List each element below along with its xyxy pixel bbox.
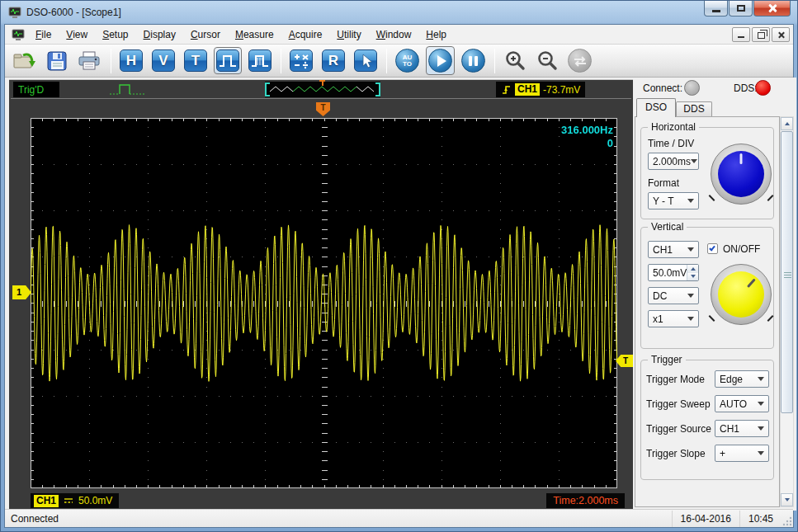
channel1-position-marker[interactable]: 1 (12, 285, 31, 299)
toolbar-separator (281, 49, 281, 73)
status-date: 16-04-2016 (672, 511, 739, 527)
trigger-mode-select[interactable]: Edge (715, 370, 769, 388)
frequency-counter: 0 (561, 137, 613, 150)
math-icon (290, 49, 313, 72)
trigger-source-select[interactable]: CH1 (715, 420, 769, 437)
menu-utility[interactable]: Utility (329, 26, 368, 44)
tab-dds[interactable]: DDS (676, 101, 712, 117)
toolbar: H V T (5, 45, 793, 78)
menu-cursor[interactable]: Cursor (183, 26, 228, 44)
zoom-out-icon (536, 49, 559, 73)
trigger-slope-select[interactable]: + (715, 445, 769, 462)
zoom-out-button[interactable] (533, 47, 561, 75)
chevron-down-icon (687, 294, 694, 298)
pause-button[interactable] (459, 46, 488, 75)
chevron-down-icon (758, 451, 764, 455)
menu-help[interactable]: Help (418, 26, 454, 44)
horizontal-system-button[interactable]: H (117, 47, 145, 74)
zoom-in-button[interactable] (501, 47, 529, 75)
auto-setup-button[interactable]: AUTO (393, 46, 422, 75)
vertical-system-button[interactable]: V (149, 47, 177, 74)
spin-up-button[interactable] (687, 265, 698, 273)
format-select[interactable]: Y - T (648, 192, 699, 210)
channel-badge: CH1 (34, 495, 59, 507)
run-button[interactable] (426, 46, 455, 75)
horizontal-system-icon: H (120, 49, 143, 72)
close-icon (767, 3, 777, 13)
spin-down-button[interactable] (687, 273, 698, 281)
trigger-level-marker[interactable]: T (616, 355, 633, 367)
child-minimize-button[interactable] (732, 27, 750, 42)
status-bar: Connected 16-04-2016 10:45 (5, 509, 793, 527)
channel-readout: CH1 50.0mV (31, 493, 119, 508)
child-close-button[interactable] (772, 27, 790, 42)
child-restore-icon (758, 32, 765, 39)
math-button[interactable] (287, 47, 315, 74)
arrow-down-icon (785, 498, 790, 501)
trigger-source-label: Trigger Source (646, 423, 711, 435)
print-icon (77, 50, 102, 72)
save-icon (46, 50, 68, 72)
time-div-select[interactable]: 2.000ms (648, 153, 699, 170)
toolbar-separator (386, 49, 387, 73)
dc-coupling-icon (63, 497, 74, 505)
app-window: DSO-6000 - [Scope1] File View Setup Disp… (0, 0, 798, 532)
reference-button[interactable]: R (319, 47, 347, 74)
menu-display[interactable]: Display (136, 26, 183, 44)
volts-div-stepper[interactable]: 50.0mV (648, 264, 699, 281)
horizontal-knob[interactable] (711, 144, 772, 205)
panel-scrollbar[interactable] (780, 116, 794, 507)
save-button[interactable] (44, 48, 70, 74)
plot-area: 316.000Hz 0 (31, 118, 617, 488)
onoff-checkbox[interactable] (707, 243, 718, 254)
toolbar-separator (494, 49, 495, 73)
child-minimize-icon (738, 36, 744, 38)
arrow-up-icon (785, 122, 790, 125)
scroll-down-button[interactable] (781, 493, 793, 506)
menu-measure[interactable]: Measure (228, 26, 281, 44)
close-button[interactable] (753, 1, 791, 16)
menu-setup[interactable]: Setup (95, 26, 135, 44)
print-button[interactable] (74, 48, 104, 74)
trigger-group: Trigger Trigger Mode Edge Trigger Sweep … (640, 360, 774, 480)
main-area: Trig'D (5, 78, 793, 509)
status-time: 10:45 (739, 511, 781, 527)
dso-tab-content: Horizontal Time / DIV 2.000ms Format Y -… (635, 116, 780, 507)
volts-per-div-value: 50.0mV (78, 495, 112, 506)
probe-select[interactable]: x1 (648, 310, 699, 327)
trigger-status-badge: Trig'D (13, 82, 59, 97)
child-restore-button[interactable] (752, 27, 770, 42)
trigger-system-button[interactable]: T (182, 47, 210, 74)
scope-display-area: Trig'D (9, 79, 633, 509)
scroll-up-button[interactable] (781, 117, 793, 130)
time-per-div-readout: Time:2.000ms (546, 493, 625, 508)
pulse-display-button[interactable] (214, 47, 242, 74)
title-bar[interactable]: DSO-6000 - [Scope1] (1, 1, 797, 24)
minimize-button[interactable] (704, 1, 728, 16)
pulse-measure-icon (248, 49, 272, 72)
menu-window[interactable]: Window (369, 26, 419, 44)
connect-label: Connect: (643, 82, 682, 94)
check-icon (709, 245, 715, 252)
chevron-down-icon (687, 199, 694, 203)
vertical-knob[interactable] (711, 264, 772, 325)
trigger-position-marker[interactable]: T (316, 102, 330, 116)
client-area: File View Setup Display Cursor Measure A… (4, 24, 794, 528)
menu-view[interactable]: View (59, 26, 95, 44)
menu-file[interactable]: File (28, 26, 59, 44)
channel-select[interactable]: CH1 (648, 241, 699, 258)
menu-acquire[interactable]: Acquire (281, 26, 330, 44)
preview-trigger-marker[interactable] (319, 80, 325, 86)
trigger-sweep-select[interactable]: AUTO (715, 395, 769, 412)
open-button[interactable] (10, 47, 40, 75)
onoff-label: ON/OFF (723, 243, 760, 255)
maximize-button[interactable] (729, 1, 753, 16)
tab-dso[interactable]: DSO (636, 98, 676, 117)
record-preview[interactable] (265, 82, 380, 97)
pulse-measure-button[interactable] (246, 47, 274, 74)
select-button[interactable] (352, 47, 380, 74)
coupling-select[interactable]: DC (648, 287, 699, 304)
scrollbar-thumb[interactable] (781, 131, 793, 413)
resize-grip[interactable] (781, 516, 793, 527)
maximize-icon (737, 5, 745, 12)
